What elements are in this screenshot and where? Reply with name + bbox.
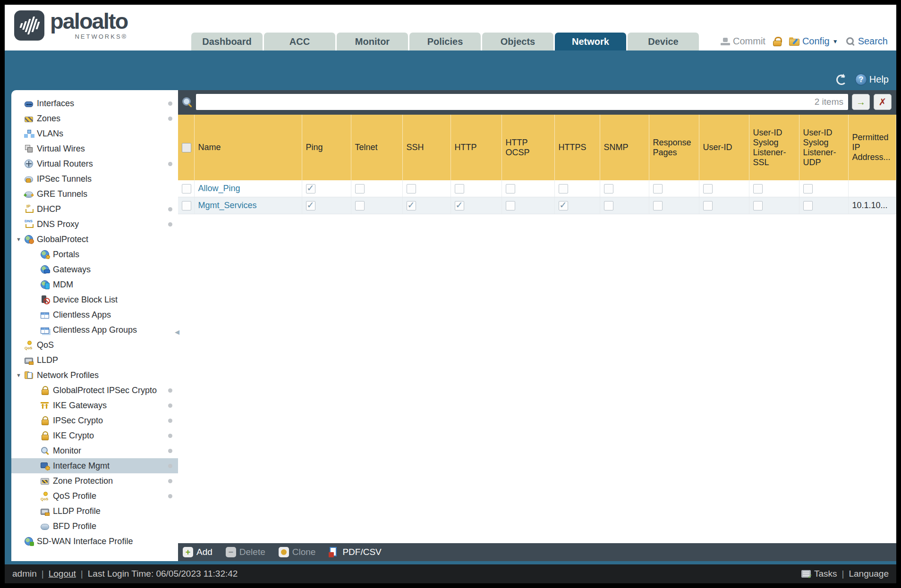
row-select-checkbox[interactable]: [182, 184, 191, 193]
select-all-header: [178, 115, 194, 180]
sidebar-item-ipsec-tunnels[interactable]: IPSec Tunnels: [11, 171, 178, 186]
sidebar-item-monitor[interactable]: Monitor: [11, 443, 178, 458]
refresh-icon[interactable]: [836, 75, 847, 85]
sidebar-item-interface-mgmt[interactable]: Interface Mgmt: [11, 458, 178, 473]
vlans-icon: [25, 129, 33, 138]
commit-button[interactable]: Commit: [721, 36, 765, 47]
column-header-permitted-ip-address[interactable]: Permitted IP Address...: [848, 115, 896, 180]
table-row: Allow_Ping: [178, 180, 896, 197]
sidebar-item-label: Device Block List: [53, 295, 118, 305]
column-header-user-id[interactable]: User-ID: [699, 115, 749, 180]
sidebar-item-label: IKE Crypto: [53, 431, 94, 441]
sidebar-item-ipsec-crypto[interactable]: IPSec Crypto: [11, 413, 178, 428]
device-block-list-icon: [41, 295, 49, 304]
filter-box: 2 items: [196, 94, 848, 110]
sidebar-item-device-block-list[interactable]: Device Block List: [11, 292, 178, 307]
ssh-indicator: [407, 184, 416, 193]
column-header-snmp[interactable]: SNMP: [600, 115, 649, 180]
sidebar-item-gateways[interactable]: Gateways: [11, 262, 178, 277]
sidebar-item-globalprotect-ipsec-crypto[interactable]: GlobalProtect IPSec Crypto: [11, 383, 178, 398]
sidebar-item-portals[interactable]: Portals: [11, 247, 178, 262]
sidebar-item-vlans[interactable]: VLANs: [11, 126, 178, 141]
tab-monitor[interactable]: Monitor: [337, 33, 408, 50]
sidebar-item-clientless-apps[interactable]: Clientless Apps: [11, 307, 178, 322]
column-header-https[interactable]: HTTPS: [554, 115, 600, 180]
column-header-http-ocsp[interactable]: HTTP OCSP: [502, 115, 554, 180]
response-pages-indicator: [653, 184, 663, 193]
sidebar-item-mdm[interactable]: MDM: [11, 277, 178, 292]
column-header-ssh[interactable]: SSH: [402, 115, 450, 180]
tab-network[interactable]: Network: [555, 33, 626, 50]
sidebar-item-zones[interactable]: Zones: [11, 111, 178, 126]
sidebar-item-bfd-profile[interactable]: BFD Profile: [11, 519, 178, 534]
tab-objects[interactable]: Objects: [482, 33, 553, 50]
column-header-user-id-syslog-listener-udp[interactable]: User-ID Syslog Listener-UDP: [799, 115, 848, 180]
config-button[interactable]: Config ▼: [789, 36, 838, 47]
sidebar-item-network-profiles[interactable]: ▼Network Profiles: [11, 368, 178, 383]
https-indicator: [559, 184, 568, 193]
tab-policies[interactable]: Policies: [409, 33, 481, 50]
column-header-telnet[interactable]: Telnet: [351, 115, 402, 180]
sidebar-item-virtual-wires[interactable]: Virtual Wires: [11, 141, 178, 156]
help-button[interactable]: ? Help: [855, 74, 889, 85]
ssh-indicator: [407, 201, 416, 210]
tab-acc[interactable]: ACC: [264, 33, 335, 50]
ike-gateways-icon: [41, 401, 49, 410]
response-pages-indicator: [653, 201, 663, 210]
sidebar-item-qos[interactable]: QoS: [11, 337, 178, 353]
help-icon: ?: [855, 74, 867, 85]
profile-name-link[interactable]: Mgmt_Services: [198, 201, 257, 210]
sidebar-item-zone-protection[interactable]: Zone Protection: [11, 473, 178, 488]
sidebar-item-ike-gateways[interactable]: IKE Gateways: [11, 398, 178, 413]
tab-device[interactable]: Device: [628, 33, 699, 50]
sidebar-item-label: QoS: [37, 340, 54, 350]
sidebar-item-label: Clientless Apps: [53, 310, 111, 320]
global-search-button[interactable]: Search: [846, 36, 888, 47]
sidebar-item-dhcp[interactable]: DHCP: [11, 202, 178, 217]
add-button[interactable]: +Add: [183, 547, 212, 557]
sidebar-item-gre-tunnels[interactable]: GRE Tunnels: [11, 186, 178, 202]
app-window: paloalto NETWORKS® DashboardACCMonitorPo…: [5, 5, 896, 583]
sidebar-item-clientless-app-groups[interactable]: Clientless App Groups: [11, 322, 178, 337]
expand-triangle-icon[interactable]: ▼: [16, 372, 21, 378]
column-header-name[interactable]: Name: [194, 115, 302, 180]
column-header-ping[interactable]: Ping: [302, 115, 351, 180]
apply-filter-button[interactable]: →: [852, 94, 870, 110]
column-header-user-id-syslog-listener-ssl[interactable]: User-ID Syslog Listener-SSL: [749, 115, 799, 180]
lock-icon: [41, 431, 49, 440]
portals-icon: [41, 250, 49, 259]
lldp-icon: [25, 358, 33, 364]
profile-name-link[interactable]: Allow_Ping: [198, 184, 240, 193]
column-header-response-pages[interactable]: Response Pages: [649, 115, 699, 180]
sidebar-item-dns-proxy[interactable]: DNS Proxy: [11, 217, 178, 232]
sidebar-item-qos-profile[interactable]: QoS Profile: [11, 488, 178, 504]
language-button[interactable]: Language: [849, 569, 889, 579]
lock-icon[interactable]: [773, 37, 782, 46]
zone-protection-icon: [41, 478, 49, 485]
header-utilities: Commit Config ▼ Search: [721, 36, 888, 47]
sidebar-item-lldp-profile[interactable]: LLDP Profile: [11, 504, 178, 519]
ping-indicator: [306, 201, 315, 210]
sidebar-item-label: Interfaces: [37, 99, 74, 109]
sidebar-item-interfaces[interactable]: Interfaces: [11, 96, 178, 111]
qos-profile-icon: [41, 492, 49, 500]
sidebar-collapse-handle[interactable]: ◀: [175, 328, 179, 336]
sidebar-item-virtual-routers[interactable]: Virtual Routers: [11, 156, 178, 171]
logo-networks: NETWORKS®: [50, 33, 128, 40]
tab-dashboard[interactable]: Dashboard: [191, 33, 263, 50]
sidebar-item-sd-wan-interface-profile[interactable]: SD-WAN Interface Profile: [11, 534, 178, 549]
logout-link[interactable]: Logout: [49, 569, 76, 579]
sidebar-item-lldp[interactable]: LLDP: [11, 353, 178, 368]
ipsec-tunnels-icon: [25, 176, 33, 183]
expand-triangle-icon[interactable]: ▼: [16, 236, 21, 242]
telnet-indicator: [355, 184, 365, 193]
sidebar-item-globalprotect[interactable]: ▼GlobalProtect: [11, 232, 178, 247]
row-select-checkbox[interactable]: [182, 201, 191, 210]
pdf-csv-button[interactable]: PDF/CSV: [329, 547, 381, 557]
select-all-checkbox[interactable]: [182, 143, 191, 152]
filter-input[interactable]: [196, 94, 815, 110]
column-header-http[interactable]: HTTP: [450, 115, 502, 180]
sidebar-item-ike-crypto[interactable]: IKE Crypto: [11, 428, 178, 443]
clear-filter-button[interactable]: ✗: [874, 94, 892, 110]
tasks-button[interactable]: Tasks: [814, 569, 837, 579]
